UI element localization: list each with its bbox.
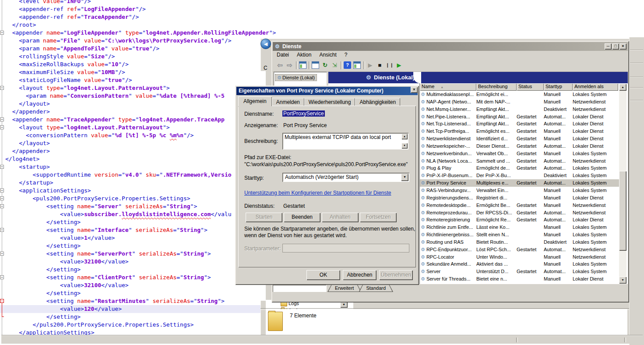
combo-dropdown-button[interactable]: ▼ bbox=[340, 302, 348, 308]
starten-button[interactable]: Starten bbox=[246, 213, 282, 222]
dialog-close-button[interactable]: × bbox=[411, 87, 418, 93]
table-row[interactable]: ⚙RemoteregistrierungErmöglicht Re...Gest… bbox=[420, 216, 619, 224]
fold-toggle-icon[interactable]: − bbox=[0, 299, 4, 303]
column-header[interactable]: Anmelden als bbox=[573, 83, 618, 91]
column-header[interactable]: Name▲ bbox=[420, 83, 476, 91]
scroll-down-button[interactable]: ▼ bbox=[619, 277, 626, 284]
table-row[interactable]: ⚙Remoteprozedurau...Der RPCSS-Di...Gesta… bbox=[420, 209, 619, 217]
start-service-icon[interactable]: ▶ bbox=[366, 61, 374, 69]
forward-icon[interactable]: ⇨ bbox=[286, 61, 293, 69]
abbrechen-button[interactable]: Abbrechen bbox=[343, 270, 377, 280]
back-icon[interactable]: ⇦ bbox=[276, 61, 284, 69]
export-list-icon[interactable]: ⇲ bbox=[331, 61, 338, 69]
table-row[interactable]: ⚙RPC-Endpunktzuor...Löst RPC-Sch...Gesta… bbox=[420, 246, 619, 253]
ok-button[interactable]: OK bbox=[306, 270, 340, 280]
code-line[interactable]: </root> bbox=[0, 21, 644, 29]
table-row[interactable]: ⚙Netzwerkverbindun...Verwaltet Ob...Gest… bbox=[420, 150, 619, 157]
fold-toggle-icon[interactable]: − bbox=[0, 165, 4, 169]
fold-toggle-icon[interactable]: − bbox=[0, 204, 4, 208]
table-row[interactable]: ⚙Remotedesktopdie...Ermöglicht Be...Gest… bbox=[420, 202, 619, 209]
column-header[interactable]: Starttyp bbox=[544, 83, 573, 91]
dialog-titlebar[interactable]: Eigenschaften von Port Proxy Service (Lo… bbox=[236, 87, 418, 95]
scroll-up-button[interactable]: ▲ bbox=[619, 84, 626, 91]
table-row[interactable]: ⚙Routing und RASBietet Routin...Deaktivi… bbox=[420, 238, 619, 246]
fold-toggle-icon[interactable]: − bbox=[0, 196, 4, 200]
show-taskpad-icon[interactable] bbox=[353, 61, 361, 69]
tab-anmelden[interactable]: Anmelden bbox=[272, 98, 304, 106]
pause-service-icon[interactable]: ❙❙ bbox=[386, 61, 393, 69]
startparam-input[interactable] bbox=[282, 244, 409, 253]
help-icon[interactable]: ? bbox=[344, 61, 351, 69]
table-row[interactable]: ⚙Netzwerkspeicher-...Dieser Dienst...Ges… bbox=[420, 142, 619, 150]
fold-toggle-icon[interactable]: − bbox=[0, 189, 4, 192]
beenden-button[interactable]: Beenden bbox=[284, 213, 320, 222]
tab-wiederherstellung[interactable]: Wiederherstellung bbox=[304, 98, 355, 106]
refresh-icon[interactable]: ↻ bbox=[321, 61, 329, 69]
table-row[interactable]: ⚙Multimediaklassenpl...Ermöglicht ei...M… bbox=[420, 91, 619, 98]
table-row[interactable]: ⚙Sekundäre Anmeld...Aktiviert das ...Man… bbox=[420, 260, 619, 268]
restart-service-icon[interactable]: ▶ bbox=[395, 61, 403, 69]
gear-icon: ⚙ bbox=[421, 158, 425, 164]
description-label: Beschreibung: bbox=[244, 138, 278, 144]
view-tab-standard[interactable]: Standard bbox=[359, 285, 393, 292]
minimize-button[interactable]: ─ bbox=[605, 43, 612, 50]
close-button[interactable]: × bbox=[619, 43, 626, 50]
properties-icon[interactable] bbox=[312, 61, 319, 69]
description-scroll-up[interactable]: ▲ bbox=[401, 134, 408, 139]
fold-toggle-icon[interactable]: − bbox=[0, 86, 4, 90]
table-row[interactable]: ⚙Net.Pipe-Listenera...Empfängt Akt...Ges… bbox=[420, 113, 619, 121]
back-button[interactable]: ◀ bbox=[260, 39, 271, 49]
start-type-combo[interactable]: Automatisch (Verzögerter Start) ▼ bbox=[282, 173, 409, 182]
maximize-button[interactable]: □ bbox=[612, 43, 619, 50]
table-row[interactable]: ⚙Net.Msmq-Listener...Empfängt Akt...Deak… bbox=[420, 106, 619, 113]
table-row[interactable]: ⚙Server für Threads...Bietet eine n...Ma… bbox=[420, 275, 619, 283]
fold-toggle-icon[interactable]: − bbox=[0, 117, 4, 121]
fold-toggle-icon[interactable]: − bbox=[0, 228, 4, 232]
fold-gutter[interactable]: −−−−−−−−−−−− bbox=[0, 0, 5, 345]
show-console-tree-icon[interactable] bbox=[299, 61, 306, 69]
menu-item-aktion[interactable]: Aktion bbox=[293, 51, 315, 59]
tab-allgemein[interactable]: Allgemein bbox=[238, 96, 272, 106]
table-row[interactable]: ⚙Richtlinienergebniss...Stellt einen N..… bbox=[420, 231, 619, 238]
table-row[interactable]: ⚙NetzwerklistendienstIdentifiziert d...G… bbox=[420, 135, 619, 142]
table-row[interactable]: ⚙PnP-X-IP-Busenum...Der PnP-X-Bu...Deakt… bbox=[420, 172, 619, 179]
scrollbar-thumb[interactable] bbox=[619, 171, 626, 251]
table-row[interactable]: ⚙Net.Tcp-Listenerad...Empfängt Akt...Ges… bbox=[420, 120, 619, 128]
fold-toggle-icon[interactable]: − bbox=[0, 252, 4, 256]
menu-item-datei[interactable]: Datei bbox=[273, 51, 293, 59]
table-row[interactable]: ⚙ServerUnterstützt D...GestartetAutomat.… bbox=[420, 268, 619, 275]
table-row[interactable]: ⚙Port Proxy ServiceMultiplexes e...Gesta… bbox=[420, 179, 619, 187]
tab-abhängigkeiten[interactable]: Abhängigkeiten bbox=[355, 98, 400, 106]
code-line[interactable]: <level value="INFO"/> bbox=[0, 0, 644, 5]
menu-item-ansicht[interactable]: Ansicht bbox=[315, 51, 340, 59]
table-row[interactable]: ⚙NLA (Network Loca...Sammelt und ...Gest… bbox=[420, 157, 619, 165]
table-row[interactable]: ⚙Plug & PlayErmöglicht de...GestartetAut… bbox=[420, 164, 619, 172]
tree-item-dienste-lokal[interactable]: ⚙ Dienste (Lokal) bbox=[275, 74, 317, 81]
table-row[interactable]: ⚙Net.Tcp-Portfreiga...Ermöglicht es...Ge… bbox=[420, 128, 619, 135]
anhalten-button[interactable]: Anhalten bbox=[322, 213, 359, 222]
combo-dropdown-icon[interactable]: ▼ bbox=[401, 174, 408, 181]
start-options-help-link[interactable]: Unterstützung beim Konfigurieren der Sta… bbox=[244, 190, 391, 196]
description-scroll-down[interactable]: ▼ bbox=[401, 143, 408, 149]
code-line[interactable]: <appender name="LogFileAppender" type="l… bbox=[0, 29, 644, 37]
column-header[interactable]: Beschreibung bbox=[476, 83, 517, 91]
fold-toggle-icon[interactable]: − bbox=[0, 125, 4, 129]
services-scrollbar[interactable]: ▲ ▼ bbox=[619, 84, 626, 284]
view-tab-erweitert[interactable]: Erweitert bbox=[327, 285, 361, 292]
fold-toggle-icon[interactable]: − bbox=[0, 275, 4, 279]
table-row[interactable]: ⚙RPC-LocatorUnter Windo...ManuellNetzwer… bbox=[420, 253, 619, 261]
stop-service-icon[interactable]: ■ bbox=[376, 61, 384, 69]
bernehmen-button[interactable]: Übernehmen bbox=[379, 270, 413, 280]
fold-toggle-icon[interactable]: − bbox=[0, 31, 4, 35]
table-row[interactable]: ⚙NAP-Agent (Netwo...Mit dem NAP-...Manue… bbox=[420, 98, 619, 106]
menu-item-[interactable]: ? bbox=[341, 51, 352, 59]
column-header[interactable]: Status bbox=[517, 83, 544, 91]
services-titlebar[interactable]: ⚙ Dienste ─ □ × bbox=[273, 42, 628, 51]
table-row[interactable]: ⚙RAS-Verbindungsv...Verwaltet Ein...Manu… bbox=[420, 187, 619, 194]
table-row[interactable]: ⚙Registrierungsdiens...Registriert di...… bbox=[420, 194, 619, 202]
code-line[interactable]: <appender-ref ref="LogFileAppender"/> bbox=[0, 5, 644, 13]
fortsetzen-button[interactable]: Fortsetzen bbox=[360, 213, 397, 222]
code-line[interactable]: <appender-ref ref="TraceAppender"/> bbox=[0, 13, 644, 21]
description-field[interactable]: Multiplexes external TCP/IP data on loca… bbox=[282, 133, 408, 149]
table-row[interactable]: ⚙Richtlinie zum Entfe...Lässt eine Ko...… bbox=[420, 224, 619, 231]
